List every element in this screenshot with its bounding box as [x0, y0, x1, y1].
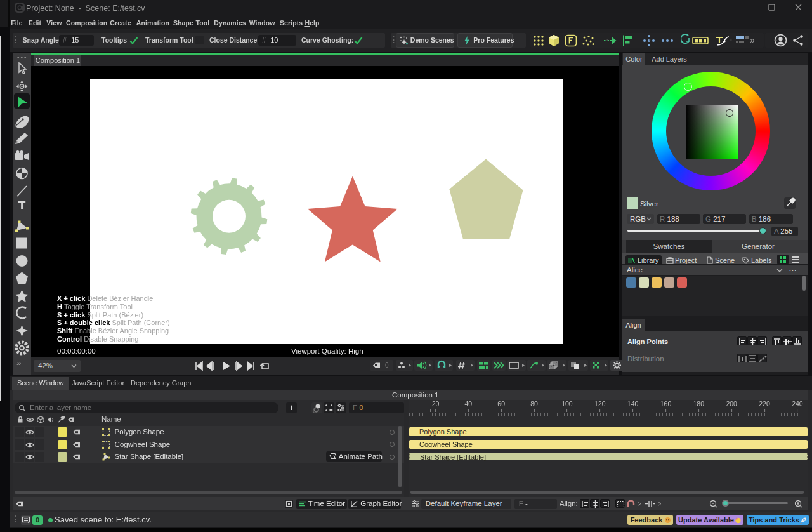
svg-text:0: 0	[385, 362, 389, 369]
